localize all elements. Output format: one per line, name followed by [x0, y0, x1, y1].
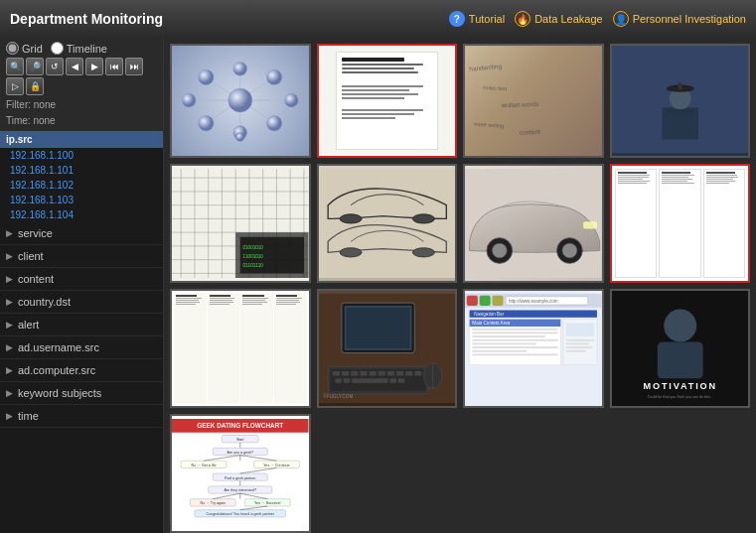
svg-point-10 [266, 69, 281, 84]
svg-rect-100 [472, 329, 557, 331]
sidebar-item-country-dst[interactable]: ▶ country.dst [0, 291, 163, 314]
question-icon: ? [449, 11, 465, 27]
thumbnail-speaker[interactable] [610, 44, 751, 158]
svg-point-115 [664, 310, 696, 342]
nav-buttons: ? Tutorial 🔥 Data Leakage 👤 Personnel In… [449, 11, 746, 27]
thumbnail-geek-dating[interactable]: GEEK DATING FLOWCHART Start Are you a ge… [170, 414, 311, 533]
sidebar-item-content[interactable]: ▶ content [0, 268, 163, 291]
svg-point-16 [284, 93, 298, 107]
svg-text:©FUGLY.COM: ©FUGLY.COM [323, 393, 353, 399]
svg-rect-101 [472, 333, 557, 334]
svg-rect-73 [360, 371, 367, 376]
zoom-in-icon[interactable]: 🔍 [6, 58, 24, 75]
thumbnail-molecules[interactable] [170, 44, 311, 158]
svg-rect-105 [472, 346, 557, 348]
data-leakage-button[interactable]: 🔥 Data Leakage [515, 11, 603, 27]
chevron-right-icon: ▶ [6, 251, 13, 261]
filter-row: Filter: none [6, 98, 157, 111]
thumbnail-document-red[interactable] [317, 44, 458, 158]
svg-point-60 [493, 243, 508, 258]
thumbnail-grid: handwriting notes text written words mor… [170, 44, 750, 533]
svg-rect-78 [405, 371, 412, 376]
grid-option[interactable]: Grid [6, 42, 43, 55]
svg-text:http://www.example.com: http://www.example.com [509, 299, 558, 304]
ip-list: 192.168.1.100 192.168.1.101 192.168.1.10… [0, 148, 163, 222]
grid-radio[interactable] [6, 42, 19, 55]
sidebar-item-alert[interactable]: ▶ alert [0, 314, 163, 336]
thumbnail-circuit[interactable]: 01001010 11001010 01101110 [170, 164, 311, 283]
sidebar-item-ad-username-src[interactable]: ▶ ad.username.src [0, 336, 163, 359]
ip-item[interactable]: 192.168.1.102 [0, 178, 163, 193]
svg-text:MOTIVATION: MOTIVATION [643, 381, 716, 391]
thumbnail-computer[interactable]: ©FUGLY.COM [317, 289, 458, 408]
svg-text:Are you a geek?: Are you a geek? [227, 451, 253, 455]
svg-rect-104 [472, 343, 535, 345]
ip-item[interactable]: 192.168.1.100 [0, 148, 163, 163]
ip-item[interactable]: 192.168.1.101 [0, 163, 163, 178]
svg-text:Yes → Continue: Yes → Continue [263, 464, 289, 467]
svg-rect-72 [351, 371, 358, 376]
chevron-right-icon: ▶ [6, 320, 13, 330]
svg-rect-91 [480, 296, 491, 306]
svg-text:written words: written words [500, 100, 538, 108]
time-row: Time: none [6, 114, 157, 127]
view-toggle: Grid Timeline [6, 42, 157, 55]
sidebar-item-ad-computer-src[interactable]: ▶ ad.computer.src [0, 359, 163, 382]
svg-rect-76 [386, 371, 393, 376]
svg-text:notes text: notes text [483, 84, 508, 91]
sidebar-item-service[interactable]: ▶ service [0, 222, 163, 245]
timeline-radio[interactable] [51, 42, 64, 55]
svg-point-62 [562, 243, 577, 258]
ip-src-header[interactable]: ip.src [0, 131, 163, 148]
svg-text:11001010: 11001010 [243, 254, 264, 259]
svg-rect-90 [467, 296, 478, 306]
step-forward-icon[interactable]: ⏭ [125, 58, 143, 75]
svg-text:Navigation Bar: Navigation Bar [474, 312, 505, 317]
svg-text:GEEK DATING FLOWCHART: GEEK DATING FLOWCHART [197, 422, 283, 429]
thumbnail-wall[interactable]: handwriting notes text written words mor… [463, 44, 604, 158]
step-back-icon[interactable]: ⏮ [105, 58, 123, 75]
forward-icon[interactable]: ▶ [85, 58, 103, 75]
lock-icon[interactable]: 🔒 [26, 77, 44, 95]
sidebar-item-keyword-subjects[interactable]: ▶ keyword subjects [0, 382, 163, 405]
title-bar: Department Monitoring ? Tutorial 🔥 Data … [0, 0, 756, 38]
svg-rect-116 [657, 342, 702, 379]
svg-rect-75 [378, 371, 384, 376]
ip-item[interactable]: 192.168.1.103 [0, 193, 163, 207]
sidebar-item-client[interactable]: ▶ client [0, 245, 163, 268]
back-icon[interactable]: ◀ [66, 58, 83, 75]
zoom-out-icon[interactable]: 🔎 [26, 58, 44, 75]
ip-item[interactable]: 192.168.1.104 [0, 207, 163, 222]
thumbnail-pages-red[interactable] [610, 164, 751, 283]
tutorial-button[interactable]: ? Tutorial [449, 11, 505, 27]
svg-point-17 [235, 133, 244, 142]
refresh-icon[interactable]: ↺ [46, 58, 64, 75]
thumbnail-pages2[interactable] [170, 289, 311, 408]
personnel-button[interactable]: 👤 Personnel Investigation [613, 11, 746, 27]
thumbnail-bmw[interactable] [463, 164, 604, 283]
svg-text:Start: Start [236, 438, 244, 442]
play-icon[interactable]: ▷ [6, 77, 24, 95]
svg-point-57 [412, 248, 434, 257]
svg-rect-81 [343, 378, 349, 383]
svg-point-56 [340, 248, 362, 257]
svg-rect-106 [472, 350, 527, 352]
sidebar-item-time[interactable]: ▶ time [0, 405, 163, 428]
svg-rect-111 [566, 343, 589, 345]
svg-text:Could be that you think you ca: Could be that you think you can do this.… [647, 395, 712, 399]
chevron-right-icon: ▶ [6, 411, 13, 421]
thumbnail-motivation[interactable]: MOTIVATION Could be that you think you c… [610, 289, 751, 408]
svg-rect-112 [566, 346, 593, 348]
thumbnail-car-sketch[interactable] [317, 164, 458, 283]
svg-rect-70 [332, 371, 339, 376]
chevron-right-icon: ▶ [6, 274, 13, 284]
svg-rect-77 [395, 371, 402, 376]
thumbnail-browser[interactable]: http://www.example.com Navigation Bar Ma… [463, 289, 604, 408]
app-title: Department Monitoring [10, 11, 163, 27]
content-area: handwriting notes text written words mor… [164, 38, 756, 533]
svg-rect-110 [566, 339, 594, 341]
svg-point-15 [182, 93, 196, 107]
person-icon: 👤 [613, 11, 629, 27]
timeline-option[interactable]: Timeline [51, 42, 107, 55]
main-layout: Grid Timeline 🔍 🔎 ↺ ◀ ▶ ⏮ ⏭ ▷ 🔒 [0, 38, 756, 533]
